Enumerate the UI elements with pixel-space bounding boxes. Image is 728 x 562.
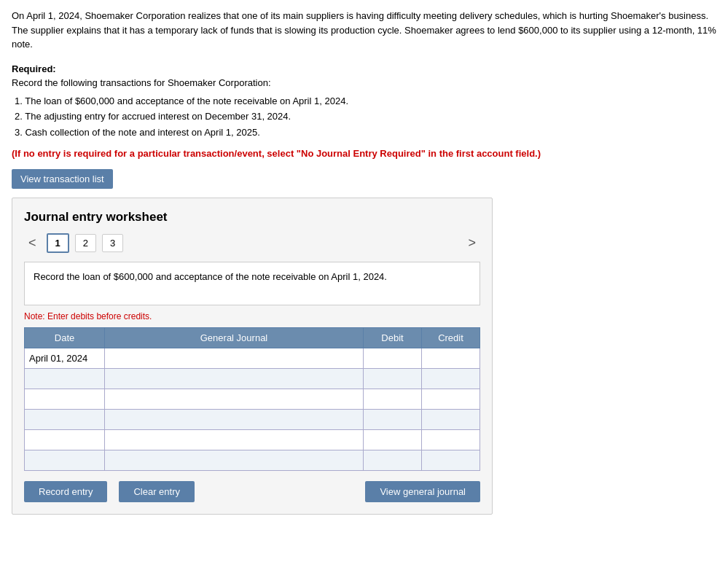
- instruction-box: Record the loan of $600,000 and acceptan…: [24, 262, 480, 305]
- col-header-journal: General Journal: [105, 328, 364, 348]
- credit-input[interactable]: [422, 369, 480, 389]
- tab-3[interactable]: 3: [102, 234, 123, 252]
- button-row: Record entry Clear entry View general jo…: [24, 481, 480, 502]
- next-tab-button[interactable]: >: [463, 234, 480, 252]
- debit-input[interactable]: [364, 430, 421, 450]
- note-text: Note: Enter debits before credits.: [24, 311, 480, 321]
- date-cell: [25, 450, 105, 471]
- debit-input[interactable]: [364, 348, 421, 368]
- table-row: [25, 369, 480, 389]
- table-row: April 01, 2024: [25, 348, 480, 369]
- date-cell: [25, 410, 105, 430]
- prev-tab-button[interactable]: <: [24, 234, 41, 252]
- debit-input[interactable]: [364, 389, 421, 409]
- table-row: [25, 410, 480, 430]
- debit-cell[interactable]: [364, 450, 422, 471]
- tab-1[interactable]: 1: [47, 233, 69, 253]
- credit-cell[interactable]: [422, 430, 480, 450]
- credit-input[interactable]: [422, 348, 480, 368]
- list-item: 1. The loan of $600,000 and acceptance o…: [15, 94, 716, 109]
- no-entry-notice: (If no entry is required for a particula…: [12, 148, 716, 159]
- required-label: Required:: [12, 63, 716, 74]
- table-row: [25, 450, 480, 471]
- record-entry-button[interactable]: Record entry: [24, 481, 107, 502]
- numbered-list: 1. The loan of $600,000 and acceptance o…: [15, 94, 716, 140]
- credit-input[interactable]: [422, 450, 480, 470]
- debit-input[interactable]: [364, 450, 421, 470]
- debit-cell[interactable]: [364, 348, 422, 369]
- scenario-text: On April 1, 2024, Shoemaker Corporation …: [12, 9, 716, 52]
- date-cell: [25, 430, 105, 450]
- required-section: Required: Record the following transacti…: [12, 63, 716, 140]
- debit-input[interactable]: [364, 410, 421, 429]
- debit-cell[interactable]: [364, 369, 422, 389]
- debit-cell[interactable]: [364, 389, 422, 410]
- journal-cell[interactable]: [105, 348, 364, 369]
- journal-cell[interactable]: [105, 369, 364, 389]
- credit-cell[interactable]: [422, 450, 480, 471]
- col-header-date: Date: [25, 328, 105, 348]
- journal-input[interactable]: [105, 369, 363, 389]
- date-cell: [25, 389, 105, 410]
- journal-input[interactable]: [105, 410, 363, 429]
- journal-cell[interactable]: [105, 450, 364, 471]
- journal-input[interactable]: [105, 450, 363, 470]
- worksheet-container: Journal entry worksheet < 1 2 3 > Record…: [12, 198, 493, 515]
- journal-table: Date General Journal Debit Credit April …: [24, 327, 480, 471]
- debit-cell[interactable]: [364, 410, 422, 430]
- col-header-debit: Debit: [364, 328, 422, 348]
- credit-cell[interactable]: [422, 389, 480, 410]
- list-item: 3. Cash collection of the note and inter…: [15, 125, 716, 140]
- journal-input[interactable]: [105, 348, 363, 368]
- clear-entry-button[interactable]: Clear entry: [119, 481, 195, 502]
- journal-input[interactable]: [105, 389, 363, 409]
- credit-cell[interactable]: [422, 369, 480, 389]
- tab-nav: < 1 2 3 >: [24, 233, 480, 253]
- credit-cell[interactable]: [422, 410, 480, 430]
- journal-input[interactable]: [105, 430, 363, 450]
- date-cell: April 01, 2024: [25, 348, 105, 369]
- journal-cell[interactable]: [105, 410, 364, 430]
- table-row: [25, 430, 480, 450]
- credit-input[interactable]: [422, 430, 480, 450]
- tab-2[interactable]: 2: [75, 234, 96, 252]
- view-general-journal-button[interactable]: View general journal: [365, 481, 480, 502]
- date-cell: [25, 369, 105, 389]
- credit-input[interactable]: [422, 410, 480, 429]
- list-item: 2. The adjusting entry for accrued inter…: [15, 109, 716, 124]
- journal-cell[interactable]: [105, 389, 364, 410]
- view-transaction-button[interactable]: View transaction list: [12, 169, 113, 189]
- debit-cell[interactable]: [364, 430, 422, 450]
- credit-input[interactable]: [422, 389, 480, 409]
- credit-cell[interactable]: [422, 348, 480, 369]
- table-row: [25, 389, 480, 410]
- journal-cell[interactable]: [105, 430, 364, 450]
- col-header-credit: Credit: [422, 328, 480, 348]
- worksheet-title: Journal entry worksheet: [24, 210, 480, 225]
- debit-input[interactable]: [364, 369, 421, 389]
- required-desc: Record the following transactions for Sh…: [12, 77, 716, 88]
